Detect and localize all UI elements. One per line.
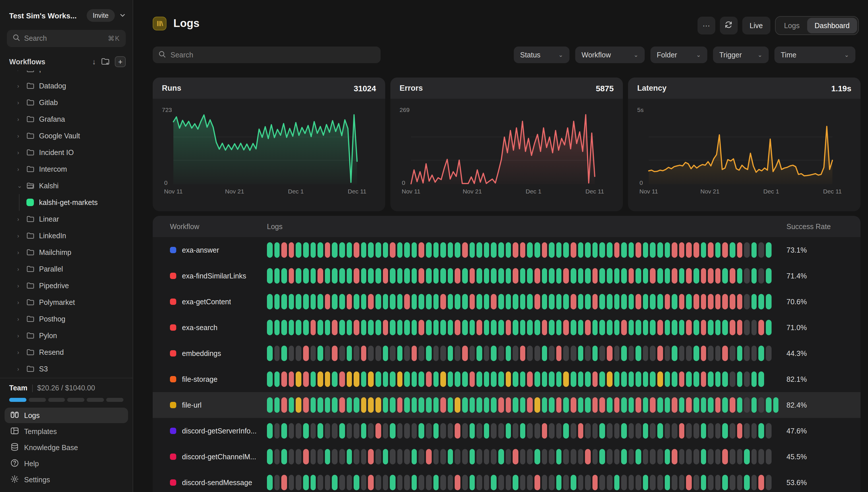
log-bar[interactable] — [361, 423, 366, 439]
log-bar[interactable] — [535, 242, 540, 258]
log-bar[interactable] — [621, 268, 627, 284]
sidebar-folder-grafana[interactable]: ›Grafana — [0, 111, 132, 127]
log-bar[interactable] — [571, 268, 576, 284]
sidebar-item-templates[interactable]: Templates — [5, 424, 128, 439]
log-bar[interactable] — [766, 423, 771, 439]
log-bar[interactable] — [542, 475, 547, 490]
log-bar[interactable] — [397, 371, 402, 387]
log-bar[interactable] — [412, 475, 417, 490]
log-bar[interactable] — [505, 320, 511, 335]
log-bar[interactable] — [679, 371, 685, 387]
log-bar[interactable] — [628, 371, 634, 387]
log-bar[interactable] — [310, 294, 316, 310]
log-bar[interactable] — [448, 320, 453, 335]
log-bar[interactable] — [267, 371, 272, 387]
log-bar[interactable] — [737, 242, 742, 258]
log-heatmap[interactable] — [267, 371, 787, 387]
log-bar[interactable] — [737, 294, 742, 310]
log-bar[interactable] — [491, 346, 497, 361]
log-bar[interactable] — [346, 475, 352, 490]
log-bar[interactable] — [600, 294, 605, 310]
log-bar[interactable] — [636, 242, 641, 258]
log-bar[interactable] — [628, 294, 634, 310]
log-bar[interactable] — [289, 397, 294, 413]
log-bar[interactable] — [339, 371, 345, 387]
log-bar[interactable] — [679, 346, 685, 361]
log-bar[interactable] — [578, 242, 583, 258]
log-bar[interactable] — [303, 475, 308, 490]
log-bar[interactable] — [628, 320, 634, 335]
log-bar[interactable] — [303, 268, 308, 284]
log-bar[interactable] — [585, 371, 590, 387]
log-bar[interactable] — [672, 371, 677, 387]
log-bar[interactable] — [325, 397, 330, 413]
log-bar[interactable] — [621, 449, 627, 464]
log-bar[interactable] — [274, 320, 279, 335]
log-bar[interactable] — [318, 371, 323, 387]
log-bar[interactable] — [542, 242, 547, 258]
log-bar[interactable] — [476, 268, 482, 284]
log-bar[interactable] — [390, 294, 395, 310]
log-bar[interactable] — [564, 242, 569, 258]
log-bar[interactable] — [382, 242, 388, 258]
log-bar[interactable] — [354, 346, 359, 361]
log-bar[interactable] — [701, 268, 706, 284]
log-bar[interactable] — [585, 423, 590, 439]
log-bar[interactable] — [368, 423, 374, 439]
log-bar[interactable] — [498, 268, 504, 284]
log-bar[interactable] — [520, 423, 526, 439]
log-bar[interactable] — [484, 346, 489, 361]
log-bar[interactable] — [751, 320, 757, 335]
log-bar[interactable] — [289, 371, 294, 387]
latency-chart[interactable] — [649, 114, 833, 184]
log-bar[interactable] — [520, 449, 526, 464]
log-bar[interactable] — [686, 320, 692, 335]
log-heatmap[interactable] — [267, 346, 787, 361]
log-bar[interactable] — [628, 397, 634, 413]
log-bar[interactable] — [549, 268, 554, 284]
table-row-file-url[interactable]: file-url82.4% — [153, 392, 861, 418]
log-bar[interactable] — [556, 320, 562, 335]
log-bar[interactable] — [614, 346, 619, 361]
log-bar[interactable] — [404, 294, 410, 310]
sidebar-folder-polymarket[interactable]: ›Polymarket — [0, 294, 132, 311]
log-bar[interactable] — [614, 397, 619, 413]
log-bar[interactable] — [484, 268, 489, 284]
log-bar[interactable] — [404, 268, 410, 284]
log-bar[interactable] — [744, 268, 749, 284]
log-bar[interactable] — [346, 294, 352, 310]
log-bar[interactable] — [382, 397, 388, 413]
log-bar[interactable] — [759, 346, 764, 361]
log-bar[interactable] — [665, 294, 670, 310]
log-bar[interactable] — [498, 475, 504, 490]
sidebar-folder-google-vault[interactable]: ›Google Vault — [0, 127, 132, 144]
log-bar[interactable] — [556, 475, 562, 490]
log-bar[interactable] — [476, 371, 482, 387]
log-bar[interactable] — [679, 320, 685, 335]
log-bar[interactable] — [759, 268, 764, 284]
table-row-discord-getServerInfo-[interactable]: discord-getServerInfo...47.6% — [153, 418, 861, 444]
log-bar[interactable] — [636, 320, 641, 335]
log-bar[interactable] — [643, 449, 648, 464]
log-bar[interactable] — [672, 268, 677, 284]
log-bar[interactable] — [375, 242, 381, 258]
log-bar[interactable] — [469, 242, 475, 258]
sidebar-folder-pipedrive[interactable]: ›Pipedrive — [0, 277, 132, 294]
log-bar[interactable] — [686, 294, 692, 310]
log-bar[interactable] — [520, 268, 526, 284]
log-bar[interactable] — [397, 242, 402, 258]
log-bar[interactable] — [325, 268, 330, 284]
log-bar[interactable] — [375, 423, 381, 439]
log-bar[interactable] — [766, 449, 771, 464]
log-bar[interactable] — [542, 423, 547, 439]
log-bar[interactable] — [665, 242, 670, 258]
log-bar[interactable] — [672, 397, 677, 413]
log-bar[interactable] — [672, 294, 677, 310]
log-bar[interactable] — [361, 475, 366, 490]
filter-workflow[interactable]: Workflow⌄ — [575, 47, 645, 63]
log-bar[interactable] — [621, 346, 627, 361]
log-bar[interactable] — [419, 242, 424, 258]
log-bar[interactable] — [614, 242, 619, 258]
log-bar[interactable] — [368, 475, 374, 490]
log-bar[interactable] — [527, 423, 533, 439]
